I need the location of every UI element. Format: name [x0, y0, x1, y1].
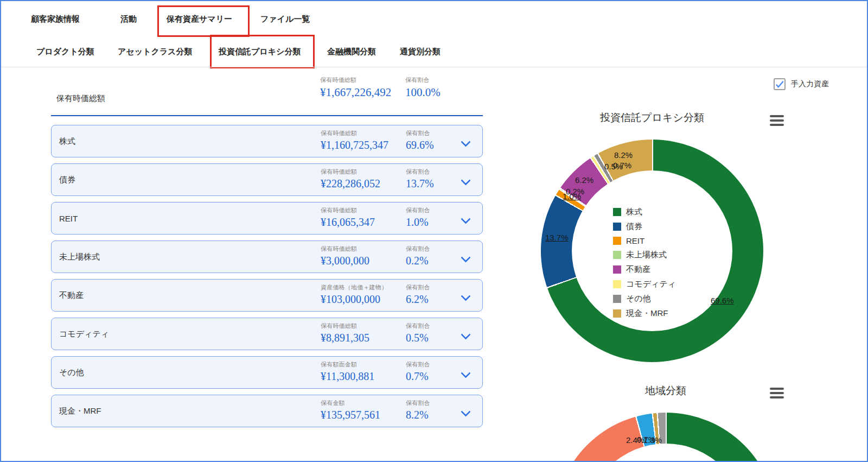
ratio-label: 保有割合 — [406, 399, 430, 407]
expand-row-button[interactable] — [459, 135, 471, 147]
hamburger-icon — [770, 115, 784, 117]
asset-row-unlisted-stocks[interactable]: 未上場株式 保有時価総額¥3,000,000 保有割合0.2% — [51, 241, 483, 273]
chevron-down-icon — [461, 252, 470, 262]
amount-label: 保有時価総額 — [321, 245, 369, 253]
legend-item-reit[interactable]: REIT — [613, 236, 676, 245]
legend-item-other[interactable]: その他 — [613, 294, 676, 304]
legend-swatch — [613, 208, 621, 216]
asset-row-real-estate[interactable]: 不動産 資産価格（地価＋建物）¥103,000,000 保有割合6.2% — [51, 279, 483, 312]
expand-row-button[interactable] — [459, 174, 471, 186]
tab-activity[interactable]: 活動 — [120, 14, 137, 24]
ratio-value: 1.0% — [406, 216, 430, 229]
legend-label: 不動産 — [626, 264, 650, 275]
asset-row-commodity[interactable]: コモディティ 保有時価総額¥8,891,305 保有割合0.5% — [51, 318, 483, 350]
ratio-value: 6.2% — [406, 293, 430, 306]
annotation-highlight-fund-proxy-tab — [210, 35, 315, 68]
legend-label: REIT — [626, 236, 644, 245]
chart1-title: 投資信託プロキシ分類 — [541, 111, 763, 125]
chevron-down-icon — [461, 291, 470, 301]
tab-customer-family-info[interactable]: 顧客家族情報 — [31, 14, 80, 24]
tab-file-list[interactable]: ファイル一覧 — [260, 14, 310, 24]
legend-swatch — [613, 309, 621, 318]
asset-row-stocks[interactable]: 株式 保有時価総額¥1,160,725,347 保有割合69.6% — [51, 125, 483, 157]
legend-swatch — [613, 280, 621, 288]
amount-label: 保有金額 — [321, 399, 380, 407]
chart2-menu-button[interactable] — [770, 388, 784, 398]
ratio-label: 保有割合 — [406, 245, 430, 253]
asset-name: 現金・MRF — [59, 406, 101, 416]
donut-percent-label: 8.2% — [614, 150, 633, 160]
legend-label: その他 — [626, 294, 651, 304]
asset-name: REIT — [59, 214, 78, 223]
asset-name: 株式 — [59, 136, 75, 147]
donut-percent-label: 6.2% — [575, 175, 593, 185]
asset-name: コモディティ — [59, 329, 109, 339]
ratio-label: 保有割合 — [406, 322, 430, 330]
legend-label: 株式 — [626, 207, 642, 217]
asset-name: その他 — [59, 368, 84, 378]
legend-label: 現金・MRF — [626, 308, 668, 319]
amount-label: 保有額面金額 — [321, 360, 374, 369]
expand-row-button[interactable] — [459, 289, 471, 301]
legend-swatch — [613, 265, 621, 274]
donut-percent-label: 1.0% — [563, 192, 581, 201]
expand-row-button[interactable] — [459, 328, 471, 340]
tab-asset-class-classification[interactable]: アセットクラス分類 — [118, 46, 192, 57]
donut-percent-label: 0.7% — [613, 161, 631, 170]
asset-row-other[interactable]: その他 保有額面金額¥11,300,881 保有割合0.7% — [51, 356, 483, 389]
chevron-down-icon — [461, 214, 470, 224]
chart1-legend: 株式 債券 REIT 未上場株式 不動産 コモディティ その他 現金・MRF — [613, 207, 676, 319]
donut-percent-label: 1.3% — [643, 435, 662, 445]
asset-name: 債券 — [59, 175, 75, 185]
manual-input-asset-checkbox[interactable]: 手入力資産 — [774, 78, 829, 90]
amount-value: ¥1,160,725,347 — [321, 139, 388, 151]
chevron-down-icon — [461, 330, 470, 339]
amount-value: ¥11,300,881 — [321, 370, 374, 383]
amount-label: 保有時価総額 — [321, 322, 369, 330]
chevron-down-icon — [461, 368, 470, 378]
legend-item-real-estate[interactable]: 不動産 — [613, 264, 676, 275]
tabs-divider — [1, 67, 867, 67]
ratio-label: 保有割合 — [406, 129, 434, 137]
expand-row-button[interactable] — [459, 366, 471, 378]
hamburger-icon — [770, 388, 784, 390]
ratio-value: 0.5% — [406, 332, 430, 344]
total-ratio-label: 保有割合 — [405, 76, 441, 84]
fund-proxy-donut-chart[interactable]: 株式 債券 REIT 未上場株式 不動産 コモディティ その他 現金・MRF 8… — [541, 140, 763, 362]
ratio-label: 保有割合 — [406, 168, 434, 176]
asset-row-cash-mrf[interactable]: 現金・MRF 保有金額¥135,957,561 保有割合8.2% — [51, 395, 483, 427]
legend-swatch — [613, 251, 621, 259]
legend-label: コモディティ — [626, 279, 676, 289]
amount-value: ¥16,065,347 — [321, 216, 375, 229]
asset-row-bonds[interactable]: 債券 保有時価総額¥228,286,052 保有割合13.7% — [51, 163, 483, 196]
legend-label: 債券 — [626, 221, 642, 232]
legend-item-bonds[interactable]: 債券 — [613, 221, 676, 232]
total-amount-label: 保有時価総額 — [320, 76, 391, 84]
checkmark-icon — [775, 79, 784, 89]
asset-row-reit[interactable]: REIT 保有時価総額¥16,065,347 保有割合1.0% — [51, 202, 483, 235]
legend-item-cash-mrf[interactable]: 現金・MRF — [613, 308, 676, 319]
tab-product-classification[interactable]: プロダクト分類 — [36, 46, 94, 57]
amount-label: 資産価格（地価＋建物） — [321, 283, 387, 292]
expand-row-button[interactable] — [459, 212, 471, 224]
region-donut-chart[interactable]: 2.4%0.7%1.3% — [554, 413, 777, 462]
asset-name: 不動産 — [59, 290, 84, 301]
ratio-label: 保有割合 — [406, 206, 430, 214]
chart2-title: 地域分類 — [554, 384, 777, 398]
amount-value: ¥8,891,305 — [321, 332, 369, 344]
chevron-down-icon — [461, 175, 470, 185]
expand-row-button[interactable] — [459, 251, 471, 263]
legend-item-unlisted-stocks[interactable]: 未上場株式 — [613, 250, 676, 260]
tab-currency-classification[interactable]: 通貨別分類 — [400, 46, 441, 57]
checkbox-box[interactable] — [774, 78, 786, 90]
legend-item-commodity[interactable]: コモディティ — [613, 279, 676, 289]
legend-swatch — [613, 223, 621, 231]
asset-name: 未上場株式 — [59, 252, 100, 262]
chart1-menu-button[interactable] — [770, 115, 784, 126]
amount-value: ¥103,000,000 — [321, 293, 387, 306]
total-amount-group: 保有時価総額 ¥1,667,226,492 — [320, 76, 391, 99]
tab-financial-institution-classification[interactable]: 金融機関分類 — [327, 46, 376, 57]
legend-item-stocks[interactable]: 株式 — [613, 207, 676, 217]
legend-label: 未上場株式 — [626, 250, 667, 260]
expand-row-button[interactable] — [459, 405, 471, 417]
